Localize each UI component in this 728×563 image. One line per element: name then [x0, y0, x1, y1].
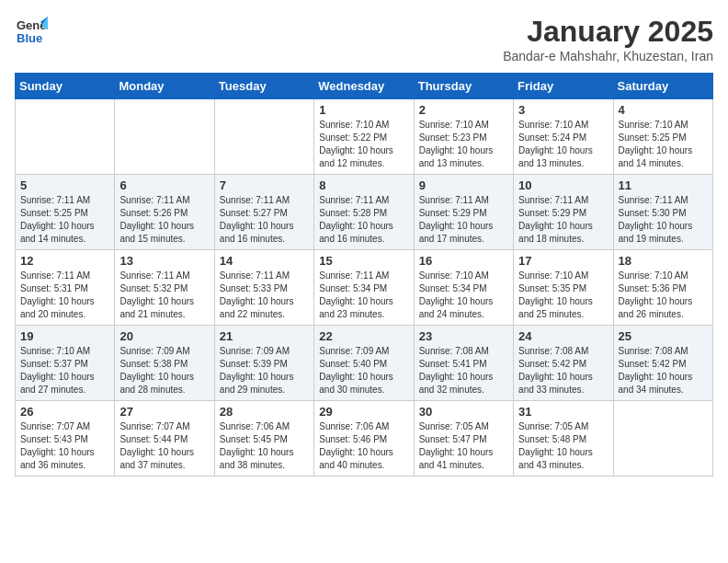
- calendar-cell: 2Sunrise: 7:10 AM Sunset: 5:23 PM Daylig…: [414, 99, 513, 175]
- day-info: Sunrise: 7:08 AM Sunset: 5:41 PM Dayligh…: [419, 345, 508, 396]
- calendar-cell: 26Sunrise: 7:07 AM Sunset: 5:43 PM Dayli…: [16, 401, 115, 477]
- day-info: Sunrise: 7:11 AM Sunset: 5:29 PM Dayligh…: [518, 194, 608, 246]
- calendar-cell: 11Sunrise: 7:11 AM Sunset: 5:30 PM Dayli…: [613, 175, 712, 250]
- svg-text:Blue: Blue: [17, 31, 42, 45]
- day-info: Sunrise: 7:11 AM Sunset: 5:33 PM Dayligh…: [220, 270, 309, 321]
- day-info: Sunrise: 7:11 AM Sunset: 5:28 PM Dayligh…: [319, 194, 408, 246]
- calendar-cell: 28Sunrise: 7:06 AM Sunset: 5:45 PM Dayli…: [214, 401, 313, 477]
- week-row-1: 1Sunrise: 7:10 AM Sunset: 5:22 PM Daylig…: [16, 99, 713, 175]
- calendar-cell: [613, 401, 712, 477]
- day-info: Sunrise: 7:06 AM Sunset: 5:46 PM Dayligh…: [319, 420, 408, 472]
- month-title: January 2025: [503, 15, 713, 49]
- weekday-header-friday: Friday: [514, 74, 613, 99]
- calendar-cell: 22Sunrise: 7:09 AM Sunset: 5:40 PM Dayli…: [314, 326, 414, 401]
- calendar-cell: 25Sunrise: 7:08 AM Sunset: 5:42 PM Dayli…: [613, 326, 712, 401]
- day-number: 26: [20, 405, 109, 419]
- day-number: 24: [518, 329, 608, 343]
- weekday-header-sunday: Sunday: [16, 74, 115, 99]
- day-info: Sunrise: 7:10 AM Sunset: 5:36 PM Dayligh…: [619, 270, 708, 321]
- day-number: 12: [20, 254, 109, 268]
- day-info: Sunrise: 7:10 AM Sunset: 5:34 PM Dayligh…: [419, 270, 508, 321]
- day-number: 1: [319, 103, 408, 117]
- calendar-cell: [214, 99, 313, 175]
- day-info: Sunrise: 7:11 AM Sunset: 5:30 PM Dayligh…: [619, 194, 708, 246]
- calendar-cell: 5Sunrise: 7:11 AM Sunset: 5:25 PM Daylig…: [16, 175, 115, 250]
- day-number: 22: [319, 329, 408, 343]
- day-info: Sunrise: 7:10 AM Sunset: 5:23 PM Dayligh…: [419, 119, 508, 170]
- day-info: Sunrise: 7:09 AM Sunset: 5:38 PM Dayligh…: [119, 345, 209, 396]
- day-number: 29: [319, 405, 408, 419]
- day-info: Sunrise: 7:05 AM Sunset: 5:48 PM Dayligh…: [518, 420, 608, 472]
- weekday-header-row: SundayMondayTuesdayWednesdayThursdayFrid…: [16, 74, 713, 99]
- calendar-cell: 24Sunrise: 7:08 AM Sunset: 5:42 PM Dayli…: [514, 326, 613, 401]
- day-number: 23: [419, 329, 508, 343]
- week-row-4: 19Sunrise: 7:10 AM Sunset: 5:37 PM Dayli…: [16, 326, 713, 401]
- logo: General Blue: [15, 15, 48, 48]
- day-info: Sunrise: 7:11 AM Sunset: 5:27 PM Dayligh…: [220, 194, 309, 246]
- day-number: 20: [119, 329, 209, 343]
- calendar-cell: 18Sunrise: 7:10 AM Sunset: 5:36 PM Dayli…: [613, 250, 712, 326]
- weekday-header-thursday: Thursday: [414, 74, 513, 99]
- day-info: Sunrise: 7:08 AM Sunset: 5:42 PM Dayligh…: [518, 345, 608, 396]
- day-number: 27: [119, 405, 209, 419]
- calendar-cell: [16, 99, 115, 175]
- calendar-cell: 17Sunrise: 7:10 AM Sunset: 5:35 PM Dayli…: [514, 250, 613, 326]
- calendar-cell: 19Sunrise: 7:10 AM Sunset: 5:37 PM Dayli…: [16, 326, 115, 401]
- day-number: 13: [119, 254, 209, 268]
- calendar-cell: 8Sunrise: 7:11 AM Sunset: 5:28 PM Daylig…: [314, 175, 414, 250]
- day-number: 9: [419, 178, 508, 192]
- day-number: 28: [220, 405, 309, 419]
- week-row-5: 26Sunrise: 7:07 AM Sunset: 5:43 PM Dayli…: [16, 401, 713, 477]
- day-number: 8: [319, 178, 408, 192]
- day-info: Sunrise: 7:10 AM Sunset: 5:37 PM Dayligh…: [20, 345, 109, 396]
- day-info: Sunrise: 7:11 AM Sunset: 5:34 PM Dayligh…: [319, 270, 408, 321]
- day-number: 31: [518, 405, 608, 419]
- day-info: Sunrise: 7:11 AM Sunset: 5:31 PM Dayligh…: [20, 270, 109, 321]
- calendar-cell: 14Sunrise: 7:11 AM Sunset: 5:33 PM Dayli…: [214, 250, 313, 326]
- calendar-cell: 13Sunrise: 7:11 AM Sunset: 5:32 PM Dayli…: [115, 250, 214, 326]
- day-info: Sunrise: 7:10 AM Sunset: 5:24 PM Dayligh…: [518, 119, 608, 170]
- day-number: 16: [419, 254, 508, 268]
- day-info: Sunrise: 7:05 AM Sunset: 5:47 PM Dayligh…: [419, 420, 508, 472]
- calendar-table: SundayMondayTuesdayWednesdayThursdayFrid…: [15, 73, 713, 477]
- calendar-cell: 9Sunrise: 7:11 AM Sunset: 5:29 PM Daylig…: [414, 175, 513, 250]
- day-info: Sunrise: 7:11 AM Sunset: 5:25 PM Dayligh…: [20, 194, 109, 246]
- calendar-cell: 29Sunrise: 7:06 AM Sunset: 5:46 PM Dayli…: [314, 401, 414, 477]
- day-number: 11: [619, 178, 708, 192]
- day-info: Sunrise: 7:10 AM Sunset: 5:22 PM Dayligh…: [319, 119, 408, 170]
- calendar-cell: 21Sunrise: 7:09 AM Sunset: 5:39 PM Dayli…: [214, 326, 313, 401]
- week-row-2: 5Sunrise: 7:11 AM Sunset: 5:25 PM Daylig…: [16, 175, 713, 250]
- weekday-header-wednesday: Wednesday: [314, 74, 414, 99]
- day-number: 21: [220, 329, 309, 343]
- day-number: 15: [319, 254, 408, 268]
- day-number: 3: [518, 103, 608, 117]
- day-info: Sunrise: 7:09 AM Sunset: 5:40 PM Dayligh…: [319, 345, 408, 396]
- day-info: Sunrise: 7:09 AM Sunset: 5:39 PM Dayligh…: [220, 345, 309, 396]
- week-row-3: 12Sunrise: 7:11 AM Sunset: 5:31 PM Dayli…: [16, 250, 713, 326]
- day-number: 14: [220, 254, 309, 268]
- title-area: January 2025 Bandar-e Mahshahr, Khuzesta…: [503, 15, 713, 63]
- calendar-cell: 31Sunrise: 7:05 AM Sunset: 5:48 PM Dayli…: [514, 401, 613, 477]
- calendar-cell: 4Sunrise: 7:10 AM Sunset: 5:25 PM Daylig…: [613, 99, 712, 175]
- calendar-cell: 20Sunrise: 7:09 AM Sunset: 5:38 PM Dayli…: [115, 326, 214, 401]
- day-number: 25: [619, 329, 708, 343]
- day-number: 19: [20, 329, 109, 343]
- weekday-header-monday: Monday: [115, 74, 214, 99]
- day-number: 10: [518, 178, 608, 192]
- calendar-cell: 6Sunrise: 7:11 AM Sunset: 5:26 PM Daylig…: [115, 175, 214, 250]
- calendar-cell: 12Sunrise: 7:11 AM Sunset: 5:31 PM Dayli…: [16, 250, 115, 326]
- day-number: 6: [119, 178, 209, 192]
- day-info: Sunrise: 7:07 AM Sunset: 5:43 PM Dayligh…: [20, 420, 109, 472]
- day-info: Sunrise: 7:10 AM Sunset: 5:35 PM Dayligh…: [518, 270, 608, 321]
- day-number: 30: [419, 405, 508, 419]
- location-subtitle: Bandar-e Mahshahr, Khuzestan, Iran: [503, 49, 713, 63]
- day-number: 7: [220, 178, 309, 192]
- calendar-cell: 23Sunrise: 7:08 AM Sunset: 5:41 PM Dayli…: [414, 326, 513, 401]
- calendar-cell: 27Sunrise: 7:07 AM Sunset: 5:44 PM Dayli…: [115, 401, 214, 477]
- day-number: 5: [20, 178, 109, 192]
- day-number: 18: [619, 254, 708, 268]
- day-info: Sunrise: 7:10 AM Sunset: 5:25 PM Dayligh…: [619, 119, 708, 170]
- day-number: 2: [419, 103, 508, 117]
- calendar-cell: 7Sunrise: 7:11 AM Sunset: 5:27 PM Daylig…: [214, 175, 313, 250]
- calendar-cell: 3Sunrise: 7:10 AM Sunset: 5:24 PM Daylig…: [514, 99, 613, 175]
